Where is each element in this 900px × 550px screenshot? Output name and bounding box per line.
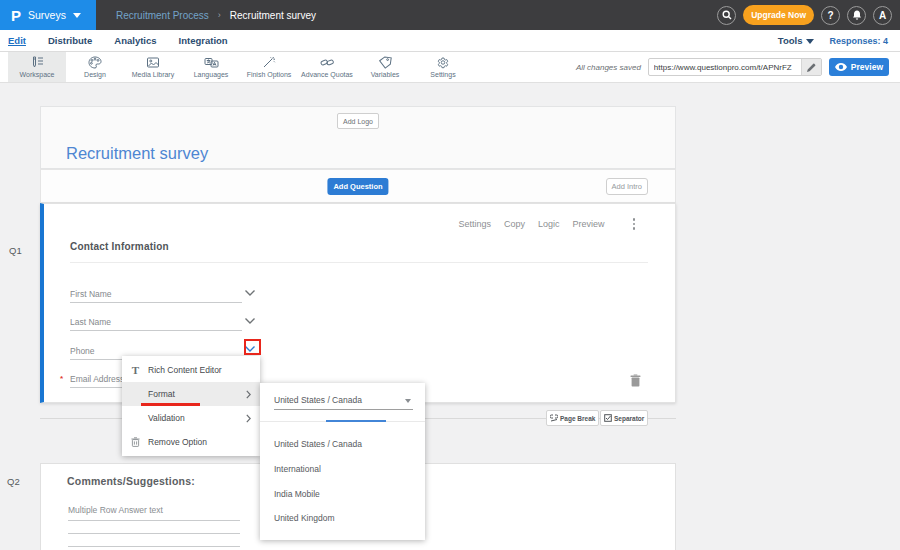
toolbar-item-label: Advance Quotas	[301, 71, 353, 78]
question-preview-link[interactable]: Preview	[572, 219, 604, 229]
tab-analytics[interactable]: Analytics	[114, 35, 156, 46]
format-select-value[interactable]: United States / Canada	[274, 395, 362, 405]
breadcrumb-separator-icon: ›	[218, 10, 221, 20]
question-1-heading[interactable]: Contact Information	[70, 241, 169, 252]
media-library-icon	[146, 56, 160, 69]
eye-icon	[835, 63, 847, 71]
top-navbar: P Surveys Recruitment Process › Recruitm…	[0, 0, 900, 30]
preview-button[interactable]: Preview	[829, 58, 889, 76]
surveys-menu[interactable]: P Surveys	[0, 0, 96, 30]
question-logic-link[interactable]: Logic	[538, 219, 560, 229]
toolbar-item-languages[interactable]: Languages	[182, 52, 240, 82]
q2-label: Q2	[7, 476, 20, 487]
survey-url-box	[648, 58, 822, 76]
upgrade-button[interactable]: Upgrade Now	[743, 5, 814, 25]
add-question-strip: Add Question Add Intro	[40, 169, 676, 203]
toolbar-item-label: Media Library	[132, 71, 174, 78]
field-chevron-down-icon[interactable]	[244, 317, 256, 325]
chevron-down-icon	[73, 13, 81, 18]
preview-button-label: Preview	[851, 62, 883, 72]
toolbar-item-variables[interactable]: Variables	[356, 52, 414, 82]
menu-item-format[interactable]: Format	[122, 382, 260, 406]
select-underline	[274, 409, 413, 410]
multirow-answer-placeholder[interactable]: Multiple Row Answer text	[68, 505, 163, 515]
question-2-heading[interactable]: Comments/Suggestions:	[67, 475, 195, 487]
questionpro-logo-icon: P	[11, 8, 21, 23]
tab-edit[interactable]: Edit	[8, 35, 26, 46]
submenu-arrow-icon	[246, 390, 251, 399]
toolbar-item-advance-quotas[interactable]: Advance Quotas	[298, 52, 356, 82]
tools-label: Tools	[778, 35, 803, 46]
tools-menu[interactable]: Tools	[778, 35, 815, 46]
editor-toolbar: Workspace Design Media Library Languages…	[0, 52, 900, 83]
settings-gear-icon	[436, 56, 450, 69]
remove-trash-icon	[129, 437, 142, 447]
responses-link[interactable]: Responses: 4	[829, 36, 888, 46]
autosave-status: All changes saved	[576, 63, 641, 72]
question-actions: Settings Copy Logic Preview	[458, 218, 635, 230]
survey-url-input[interactable]	[649, 59, 801, 75]
toolbar-item-workspace[interactable]: Workspace	[8, 52, 66, 82]
toolbar-item-label: Settings	[430, 71, 455, 78]
toolbar-item-settings[interactable]: Settings	[414, 52, 472, 82]
menu-item-label: Rich Content Editor	[148, 365, 222, 375]
field-label: Email Address	[70, 374, 124, 384]
field-row-first-name[interactable]: First Name	[70, 286, 242, 303]
question-settings-link[interactable]: Settings	[458, 219, 491, 229]
toolbar-item-label: Languages	[194, 71, 229, 78]
separator-icon	[604, 414, 612, 422]
delete-question-trash-icon[interactable]	[630, 374, 641, 387]
heading-divider	[70, 262, 648, 263]
navbar-actions: Upgrade Now ? A	[717, 0, 900, 30]
toolbar-item-label: Variables	[371, 71, 400, 78]
design-palette-icon	[88, 56, 102, 69]
menu-item-validation[interactable]: Validation	[122, 406, 260, 430]
finish-options-icon	[262, 56, 276, 69]
survey-title[interactable]: Recruitment survey	[66, 144, 208, 163]
avatar[interactable]: A	[873, 6, 892, 25]
menu-item-rich-content-editor[interactable]: T Rich Content Editor	[122, 358, 260, 382]
tab-bar: Edit Distribute Analytics Integration To…	[0, 30, 900, 52]
surveys-menu-label: Surveys	[28, 9, 66, 21]
field-chevron-down-icon[interactable]	[244, 289, 256, 297]
advance-quotas-icon	[320, 56, 334, 69]
answer-line	[68, 546, 240, 547]
format-option-united-kingdom[interactable]: United Kingdom	[274, 513, 334, 523]
format-option-india-mobile[interactable]: India Mobile	[274, 489, 320, 499]
edit-url-pencil-icon[interactable]	[801, 59, 821, 75]
add-intro-button[interactable]: Add Intro	[606, 178, 648, 195]
format-option-international[interactable]: International	[274, 464, 321, 474]
field-label: First Name	[70, 289, 112, 299]
notifications-bell-icon[interactable]	[847, 6, 866, 25]
page-break-label: Page Break	[560, 415, 595, 422]
field-row-last-name[interactable]: Last Name	[70, 314, 242, 331]
field-label: Last Name	[70, 317, 111, 327]
toolbar-item-finish-options[interactable]: Finish Options	[240, 52, 298, 82]
answer-line	[68, 533, 240, 534]
field-context-menu: T Rich Content Editor Format Validation …	[122, 356, 260, 456]
variables-tag-icon	[378, 56, 392, 69]
tab-integration[interactable]: Integration	[179, 35, 228, 46]
tab-distribute[interactable]: Distribute	[48, 35, 92, 46]
help-icon[interactable]: ?	[821, 6, 840, 25]
q1-label: Q1	[9, 245, 22, 256]
add-question-button[interactable]: Add Question	[327, 178, 388, 195]
more-options-dots-icon[interactable]	[633, 218, 636, 230]
menu-item-remove-option[interactable]: Remove Option	[122, 430, 260, 454]
question-copy-link[interactable]: Copy	[504, 219, 525, 229]
toolbar-item-design[interactable]: Design	[66, 52, 124, 82]
field-label: Phone	[70, 346, 95, 356]
breadcrumb-current: Recruitment survey	[230, 10, 316, 21]
page-break-button[interactable]: Page Break	[546, 410, 599, 426]
add-logo-button[interactable]: Add Logo	[337, 113, 379, 129]
survey-header-card: Add Logo Recruitment survey	[40, 106, 676, 169]
survey-canvas: Add Logo Recruitment survey Add Question…	[0, 83, 900, 550]
toolbar-item-media-library[interactable]: Media Library	[124, 52, 182, 82]
search-icon[interactable]	[717, 6, 736, 25]
format-option-us-canada[interactable]: United States / Canada	[274, 439, 362, 449]
breadcrumb-parent[interactable]: Recruitment Process	[116, 10, 209, 21]
menu-item-label: Format	[148, 389, 175, 399]
select-caret-icon[interactable]	[405, 399, 411, 403]
separator-button[interactable]: Separator	[600, 410, 648, 426]
submenu-arrow-icon	[246, 414, 251, 423]
